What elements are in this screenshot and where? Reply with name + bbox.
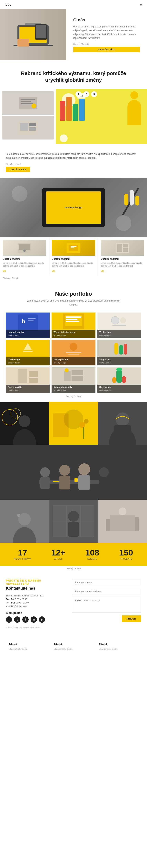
showcase-laptop-screen: mockup design [46,191,101,224]
svg-rect-17 [19,244,30,250]
card-3-desc: Lorem text. Click to edit. Click to doub… [101,261,144,268]
card-1-illustration [17,242,32,254]
team-photo-6 [98,500,147,543]
linkedin-icon[interactable]: in [31,616,37,623]
svg-text:b: b [22,318,25,324]
svg-point-69 [19,415,30,427]
rebrand-images: A4 1 2 3 [0,89,147,144]
portfolio-img-1: b Kampaň značky Grafický design [6,312,50,338]
portfolio-item-cat-8: Grafický design [54,389,66,391]
portfolio-item-title-8: Corporate identity [54,386,93,388]
portfolio-item-5: Návrh plakátu Grafický design [52,340,95,365]
facebook-icon[interactable]: f [6,616,12,623]
social-icons: f t i in ▶ [6,616,60,623]
contact-right: PŘIOJIT [66,571,147,637]
portfolio-label-4: Vzhled loga Grafický design [6,357,50,365]
footer: Titulek Ukázka textu stojím Titulek Ukáz… [0,637,147,657]
stat-label-1: ROČNÍ STRÁVA [14,558,31,560]
hero-section: O nás Ut erat sit amet neque, sed pretiu… [0,9,147,60]
svg-rect-4 [18,39,29,46]
svg-rect-75 [83,427,84,439]
card-2-link[interactable]: VÍC [52,270,55,272]
portfolio-img-9: Šlety džusu Grafický design [97,367,141,393]
card-3-link[interactable]: VÍC [101,270,104,272]
svg-point-82 [40,467,50,477]
stat-item-1: 17 ROČNÍ STRÁVA [14,549,31,560]
instagram-icon[interactable]: i [22,616,29,623]
contact-badge: PŘIOJTE SE K NAŠEMU NEWSLETTERU [6,579,60,585]
contact-phone-value: 9:00 – 23:00 [15,598,27,600]
svg-rect-49 [119,345,123,354]
navbar: logo ≡ [0,0,147,9]
svg-rect-52 [18,369,27,383]
portfolio-img-3: Vzhled loga Grafický design [97,312,141,338]
contact-submit-button[interactable]: PŘIOJIT [122,615,141,622]
svg-point-86 [79,463,90,475]
mockup-source: Obrázky / Freepik [0,276,147,281]
hero-cta-button[interactable]: ZJISTĚTE VÍCE [73,47,140,52]
card-1-link[interactable]: VÍC [3,270,6,272]
team-img-3 [98,402,147,445]
portfolio-item-cat-1: Grafický design [8,335,20,336]
footer-text-3: Ukázka textu stojím [99,647,138,651]
contact-message-input[interactable] [72,597,141,613]
svg-rect-33 [66,316,81,318]
svg-rect-8 [21,99,35,100]
portfolio-item-cat-5: Grafický design [54,362,66,364]
portfolio-grid: b Kampaň značky Grafický design [6,312,141,393]
team-gallery-wrapper [0,402,147,543]
stat-item-4: 150 PROJEKTŮ [119,549,133,560]
portfolio-label-3: Vzhled loga Grafický design [97,330,141,338]
portfolio-item-cat-4: Grafický design [8,362,20,364]
svg-rect-9 [21,101,31,102]
footer-title-2: Titulek [54,643,93,646]
mockup-card-img-2 [52,240,95,256]
youtube-icon[interactable]: ▶ [39,616,45,623]
svg-point-59 [65,368,68,372]
svg-rect-85 [59,476,70,490]
card-2-desc: Lorem text. Click to edit. Click to doub… [52,261,95,268]
mockup-card-2: Ukázka nadpisu Lorem text. Click to edit… [49,237,98,276]
portfolio-label-7: Návrh plakátu Grafický design [6,384,50,393]
svg-point-107 [119,507,126,515]
svg-rect-102 [68,522,79,537]
svg-point-74 [84,419,89,424]
team-full-row [0,445,147,500]
copyright: ©2024 Zásilky reklamy osobních sdělení [6,627,60,629]
rebrand-img-2 [2,116,54,140]
card-1-desc: Lorem text. Click to edit. Click to doub… [3,261,46,268]
svg-point-38 [120,317,126,323]
mockup-design-label: mockup design [65,206,82,209]
portfolio-item-3: Vzhled loga Grafický design [97,312,141,338]
portfolio-item-title-7: Návrh plakátu [8,386,48,388]
svg-rect-22 [70,247,75,248]
portfolio-item-cat-2: Grafický design [54,335,66,336]
rebrand-section: Rebrand kritického významu, který pomůže… [0,60,147,178]
svg-rect-57 [71,370,83,375]
contact-address: Sídlí 10 Sunrise Avenue, 123.456.7890 [6,594,60,597]
svg-rect-104 [110,515,135,531]
svg-point-73 [79,422,85,428]
contact-name-input[interactable] [72,579,141,586]
rebrand-img-1 [2,91,54,115]
rebrand-cta-button[interactable]: ZJISTĚTE VÍCE [6,167,30,172]
showcase-circle-1 [12,186,27,202]
mockup-area: A4 1 2 3 [56,89,147,144]
portfolio-item-title-6: Šlety džusu [99,359,139,361]
stat-label-4: PROJEKTŮ [119,558,133,560]
menu-icon[interactable]: ≡ [140,2,142,7]
svg-rect-63 [112,377,116,383]
team-main-photo [0,445,147,500]
portfolio-item-title-4: Vzhled loga [8,359,48,361]
svg-rect-27 [18,314,38,330]
footer-text-2: Ukázka textu stojím [54,647,93,651]
svg-rect-25 [123,244,128,247]
stat-item-3: 108 KLIENTŮ [85,549,99,560]
contact-email: kontaktuj@dolnpr.com [6,605,60,608]
contact-email-input[interactable] [72,588,141,595]
twitter-icon[interactable]: t [14,616,20,623]
svg-point-18 [23,250,26,252]
team-img-4 [0,500,49,543]
contact-fax-value: 10:00 – 21:00 [16,601,29,604]
portfolio-source: Obrázky / Freepik [6,396,141,398]
